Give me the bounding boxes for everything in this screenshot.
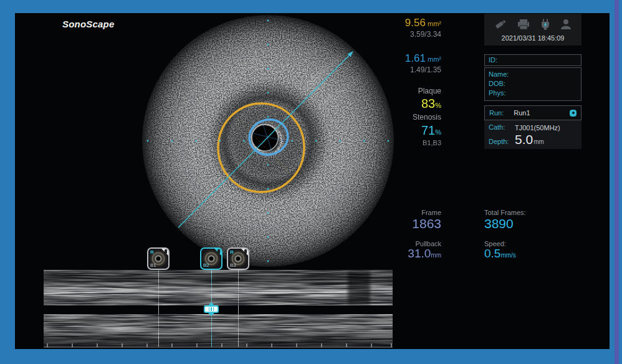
long-strip-top xyxy=(44,270,393,305)
reference-marker: R xyxy=(150,249,154,255)
bookmark-label: B2 xyxy=(203,262,209,268)
run-label: Run: xyxy=(489,108,504,118)
run-info-icon[interactable] xyxy=(570,110,577,117)
bookmark-pin-icon xyxy=(244,249,247,254)
scrubber-grip xyxy=(204,305,219,313)
pullback-value: 31.0mm xyxy=(364,247,441,261)
datetime: 2021/03/31 18:45:09 xyxy=(490,34,575,42)
lumen-diameters: 1.49/1.35 xyxy=(364,66,441,75)
long-strip-bottom xyxy=(44,314,393,347)
plaque-label: Plaque xyxy=(364,87,441,96)
eem-area: 9.56 mm² xyxy=(364,17,441,29)
power-plug-icon[interactable] xyxy=(540,18,551,31)
total-frames-label: Total Frames: xyxy=(484,209,581,216)
bookmark-pin-icon xyxy=(218,249,220,254)
total-frames-value: 3890 xyxy=(484,216,581,231)
id-label: ID: xyxy=(489,55,497,65)
scrubber-arrow-down xyxy=(208,313,214,316)
lumen-area: 1.61 mm² xyxy=(364,52,441,65)
screen: SonoScape xyxy=(15,13,610,349)
toolbox: 2021/03/31 18:45:09 xyxy=(484,14,581,46)
frame-info-right: Total Frames: 3890 Speed: 0.5mm/s xyxy=(484,209,581,261)
stenosis-label: Stenosis xyxy=(364,113,441,122)
name-label: Name: xyxy=(489,70,577,79)
user-icon[interactable] xyxy=(559,18,573,31)
dob-label: DOB: xyxy=(489,79,577,89)
catheter-void xyxy=(252,125,277,150)
bookmark-b3[interactable]: R B3 xyxy=(227,247,249,270)
patient-info-panel[interactable]: Name: DOB: Phys: xyxy=(484,67,581,101)
ivus-workstation: { "brand": { "logo": "SonoScape" }, "col… xyxy=(0,0,622,364)
eem-diameters: 3.59/3.34 xyxy=(364,31,441,39)
usb-icon[interactable] xyxy=(493,18,508,31)
bookmark-b1[interactable]: R B1 xyxy=(147,247,170,270)
frame-value: 1863 xyxy=(364,216,441,231)
frame-info-left: Frame 1863 Pullback 31.0mm xyxy=(364,209,441,261)
run-selector[interactable]: Run: Run1 xyxy=(484,105,581,120)
bookmark-label: B1 xyxy=(150,262,156,268)
run-panel: Run: Run1 Cath: TJ001(50MHz) Depth: 5.0 … xyxy=(484,105,581,149)
cath-label: Cath: xyxy=(489,123,515,132)
measurement-panel: 9.56 mm² 3.59/3.34 1.61 mm² 1.49/1.35 Pl… xyxy=(364,17,441,147)
run-value: Run1 xyxy=(514,109,530,117)
frame-label: Frame xyxy=(364,209,441,216)
bookmark-b2[interactable]: B2 xyxy=(200,247,222,270)
bezel-stripe xyxy=(615,0,619,364)
depth-row: Depth: 5.0 mm xyxy=(484,132,581,146)
depth-label: Depth: xyxy=(489,137,515,146)
tomographic-view[interactable] xyxy=(140,13,396,271)
sidebar: 2021/03/31 18:45:09 ID: Name: DOB: Phys:… xyxy=(484,14,581,149)
bookmark-pin-icon xyxy=(165,249,167,254)
speed-value: 0.5mm/s xyxy=(484,247,581,261)
reference-marker: R xyxy=(230,249,234,255)
depth-unit: mm xyxy=(533,137,544,146)
catheter-row: Cath: TJ001(50MHz) xyxy=(484,120,581,132)
frame-scrubber-handle[interactable] xyxy=(203,302,219,316)
bookmark-label: B3 xyxy=(230,262,236,268)
phys-label: Phys: xyxy=(489,89,577,98)
depth-value: 5.0 xyxy=(515,133,533,146)
patient-id-field[interactable]: ID: xyxy=(484,54,581,66)
plaque-value: 83% xyxy=(364,97,441,111)
printer-icon[interactable] xyxy=(516,18,531,31)
stenosis-reference: B1,B3 xyxy=(364,139,441,147)
stenosis-value: 71% xyxy=(364,123,441,138)
brand-logo: SonoScape xyxy=(62,19,115,29)
cath-value: TJ001(50MHz) xyxy=(515,124,560,132)
